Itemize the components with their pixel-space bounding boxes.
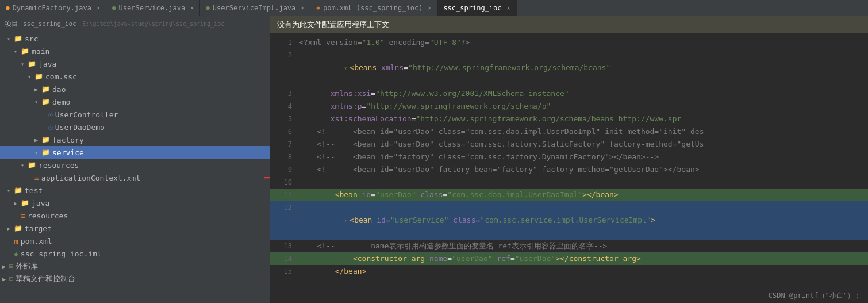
- code-line-15: 15 </bean>: [270, 265, 868, 278]
- tree-label: resources: [28, 212, 68, 220]
- tree-label: pom.xml: [21, 237, 52, 246]
- code-line-4: 4 xmlns:p="http://www.springframework.or…: [270, 100, 868, 113]
- tree-label: 外部库: [16, 261, 38, 271]
- sidebar-title: 项目: [5, 19, 18, 29]
- tree-com-ssc[interactable]: ▾ 📁 com.ssc: [0, 70, 270, 83]
- line-num: 3: [270, 87, 299, 100]
- folder-icon: 📁: [41, 98, 50, 106]
- watermark: CSDN @printf（"小白"）；: [769, 291, 861, 301]
- expand-arrow[interactable]: ▶: [2, 263, 9, 270]
- tree-demo[interactable]: ▾ 📁 demo: [0, 95, 270, 108]
- tree-dao[interactable]: ▶ 📁 dao: [0, 83, 270, 95]
- tree-label: test: [25, 186, 43, 195]
- scratch-icon: ⊞: [9, 275, 13, 283]
- expand-arrow[interactable]: ▶: [34, 137, 41, 143]
- tree-usercontroller[interactable]: ☉ UserController: [0, 108, 270, 121]
- tree-factory[interactable]: ▶ 📁 factory: [0, 133, 270, 146]
- java-icon: ●: [112, 4, 116, 11]
- tab-close[interactable]: ✕: [190, 5, 194, 11]
- folder-icon: 📁: [14, 34, 22, 43]
- tree-external-libs[interactable]: ▶ ⊞ 外部库: [0, 260, 270, 273]
- tab-close[interactable]: ✕: [97, 5, 100, 11]
- expand-arrow[interactable]: ▶: [14, 200, 21, 206]
- line-num: 4: [270, 100, 299, 113]
- tree-test[interactable]: ▾ 📁 test: [0, 184, 270, 197]
- folder-icon: 📁: [14, 224, 22, 232]
- java-blue-icon: ☉: [48, 110, 53, 119]
- tree-iml[interactable]: ◆ ssc_spring_ioc.iml: [0, 247, 270, 260]
- project-name: ssc_spring_ioc E:\gitee\java-study\sprin…: [23, 20, 224, 28]
- line-content: xsi:schemaLocation="http://www.springfra…: [299, 113, 868, 125]
- tab-label: ssc_spring_ioc: [443, 4, 501, 12]
- tree-label: service: [52, 148, 84, 157]
- expand-arrow[interactable]: ▶: [7, 225, 14, 232]
- tab-label: UserService.java: [119, 4, 186, 12]
- line-content: <!-- <bean id="userDao" factory-bean="fa…: [299, 163, 868, 176]
- tab-close[interactable]: ✕: [428, 5, 431, 11]
- tab-ssc[interactable]: ssc_spring_ioc ✕: [437, 0, 516, 16]
- tree-userdaodemo[interactable]: ☉ UserDaoDemo: [0, 121, 270, 133]
- tree-label: resources: [39, 161, 79, 170]
- line-num: 13: [270, 240, 299, 252]
- tab-bar: ● DynamicFactory.java ✕ ● UserService.ja…: [0, 0, 868, 16]
- tab-label: pom.xml (ssc_spring_ioc): [323, 4, 423, 12]
- expand-arrow[interactable]: ▾: [28, 74, 34, 80]
- tree-java-test[interactable]: ▶ 📁 java: [0, 197, 270, 209]
- tab-pomxml[interactable]: ◆ pom.xml (ssc_spring_ioc) ✕: [310, 0, 437, 16]
- code-line-5: 5 xsi:schemaLocation="http://www.springf…: [270, 113, 868, 125]
- tree-java[interactable]: ▾ 📁 java: [0, 57, 270, 70]
- code-line-13: 13 <!-- name表示引用构造参数里面的变量名 ref表示引用容器里面的名…: [270, 240, 868, 252]
- expand-arrow[interactable]: ▾: [34, 99, 41, 105]
- code-line-10: 10: [270, 176, 868, 189]
- fold-icon[interactable]: ▾: [344, 217, 347, 224]
- tree-label: java: [32, 199, 49, 208]
- tab-dynamicfactory[interactable]: ● DynamicFactory.java ✕: [0, 0, 106, 16]
- expand-arrow[interactable]: ▶: [2, 276, 9, 282]
- line-num: 11: [270, 189, 299, 201]
- line-num: 1: [270, 36, 299, 49]
- expand-arrow[interactable]: ▾: [21, 61, 28, 67]
- project-tree[interactable]: ▾ 📁 src ▾ 📁 main ▾ 📁 java ▾: [0, 32, 270, 303]
- line-num: 14: [270, 252, 299, 265]
- expand-arrow[interactable]: ▾: [7, 36, 14, 42]
- tree-resources[interactable]: ▾ 📁 resources: [0, 159, 270, 171]
- java-blue-icon: ☉: [48, 123, 53, 132]
- folder-icon: 📁: [41, 136, 50, 144]
- tree-label: java: [39, 60, 56, 68]
- code-editor[interactable]: 1 <?xml version="1.0" encoding="UTF-8"?>…: [270, 34, 868, 303]
- fold-icon[interactable]: ▾: [344, 65, 347, 71]
- tab-userservice[interactable]: ● UserService.java ✕: [106, 0, 200, 16]
- tree-label: applicationContext.xml: [41, 174, 140, 182]
- expand-arrow[interactable]: ▾: [7, 187, 14, 194]
- tree-target[interactable]: ▶ 📁 target: [0, 222, 270, 235]
- code-line-11: 11 <bean id="userDao" class="com.ssc.dao…: [270, 189, 868, 201]
- expand-arrow[interactable]: ▾: [21, 162, 28, 168]
- expand-arrow[interactable]: ▾: [14, 48, 21, 55]
- line-content: </bean>: [299, 265, 868, 278]
- tree-label: dao: [52, 85, 66, 94]
- folder-icon: 📁: [21, 199, 29, 207]
- tree-src[interactable]: ▾ 📁 src: [0, 32, 270, 45]
- folder-icon: 📁: [21, 47, 29, 55]
- tab-userserviceimpl[interactable]: ● UserServiceImpl.java ✕: [200, 0, 310, 16]
- expand-arrow[interactable]: ▾: [34, 149, 41, 156]
- folder-icon: 📁: [28, 161, 36, 169]
- tree-scratch[interactable]: ▶ ⊞ 草稿文件和控制台: [0, 273, 270, 285]
- tree-main[interactable]: ▾ 📁 main: [0, 45, 270, 57]
- tab-close[interactable]: ✕: [301, 5, 304, 11]
- java-icon: ●: [206, 4, 210, 11]
- expand-arrow[interactable]: ▶: [34, 86, 41, 93]
- editor-area: 没有为此文件配置应用程序上下文 1 <?xml version="1.0" en…: [270, 16, 868, 303]
- main-layout: 项目 ssc_spring_ioc E:\gitee\java-study\sp…: [0, 16, 868, 303]
- line-num: 7: [270, 138, 299, 151]
- tree-service[interactable]: ▾ 📁 service: [0, 146, 270, 159]
- code-line-12: 12 ▾<bean id="userService" class="com.ss…: [270, 201, 868, 240]
- code-line-8: 8 <!-- <bean id="factory" class="com.ssc…: [270, 151, 868, 163]
- line-content: <!-- <bean id="userDao" class="com.ssc.f…: [299, 138, 868, 151]
- tab-close[interactable]: ✕: [507, 5, 510, 11]
- tree-applicationcontext[interactable]: ≡ applicationContext.xml: [0, 171, 270, 184]
- tree-pom[interactable]: m pom.xml: [0, 235, 270, 247]
- tree-resources-test[interactable]: ≡ resources: [0, 209, 270, 222]
- folder-icon: 📁: [28, 60, 36, 68]
- java-icon: ●: [6, 4, 10, 11]
